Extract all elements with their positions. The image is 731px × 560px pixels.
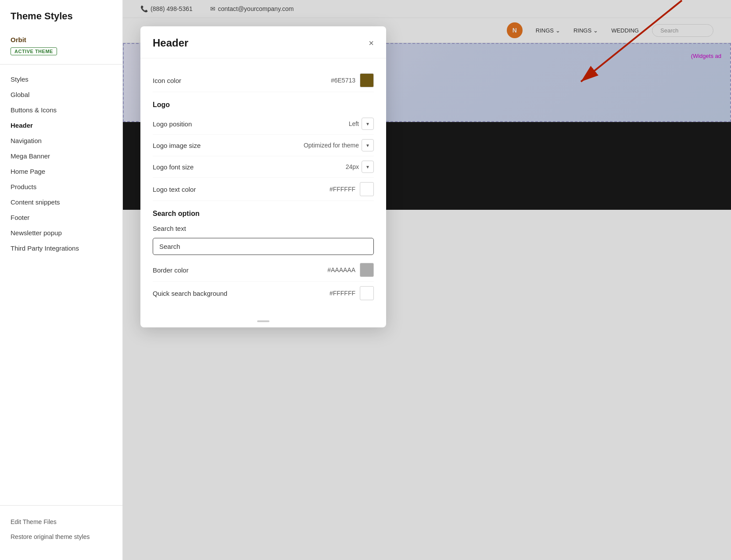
modal-body: Icon color #6E5713 Logo Logo position Le… [140, 58, 386, 315]
sidebar-item-newsletter-popup[interactable]: Newsletter popup [0, 225, 122, 241]
scroll-dots [257, 320, 269, 322]
theme-name: Orbit [11, 36, 112, 43]
search-text-label: Search text [153, 225, 186, 232]
logo-text-color-row: Logo text color #FFFFFF [153, 178, 374, 201]
sidebar-footer: Edit Theme Files Restore original theme … [0, 509, 122, 549]
logo-image-size-select: Optimized for theme ▼ [304, 139, 374, 151]
quick-search-bg-label: Quick search background [153, 290, 227, 297]
page-title: Theme Styles [0, 11, 122, 31]
logo-position-select: Left ▼ [349, 118, 374, 130]
theme-section: Orbit ACTIVE THEME [0, 31, 122, 65]
modal-overlay: Header × Icon color #6E5713 Logo Logo po… [123, 0, 731, 560]
scroll-indicator [140, 315, 386, 327]
sidebar-item-navigation[interactable]: Navigation [0, 133, 122, 148]
active-theme-badge: ACTIVE THEME [11, 47, 57, 55]
sidebar-item-products[interactable]: Products [0, 179, 122, 194]
sidebar-item-mega-banner[interactable]: Mega Banner [0, 148, 122, 164]
main-content: 📞 (888) 498-5361 ✉ contact@yourcompany.c… [123, 0, 731, 560]
search-section-title: Search option [153, 210, 374, 218]
border-color-label: Border color [153, 266, 189, 274]
sidebar-item-content-snippets[interactable]: Content snippets [0, 194, 122, 210]
logo-font-size-select: 24px ▼ [346, 161, 374, 173]
sidebar-nav: Styles Global Buttons & Icons Header Nav… [0, 65, 122, 502]
header-modal: Header × Icon color #6E5713 Logo Logo po… [140, 26, 386, 327]
sidebar: Theme Styles Orbit ACTIVE THEME Styles G… [0, 0, 123, 560]
logo-font-size-label: Logo font size [153, 163, 194, 171]
icon-color-row: Icon color #6E5713 [153, 69, 374, 92]
logo-position-row: Logo position Left ▼ [153, 113, 374, 135]
logo-section-title: Logo [153, 101, 374, 109]
quick-search-bg-value-group: #FFFFFF [330, 286, 374, 300]
logo-image-size-row: Logo image size Optimized for theme ▼ [153, 135, 374, 156]
restore-theme-link[interactable]: Restore original theme styles [0, 529, 122, 544]
logo-font-size-row: Logo font size 24px ▼ [153, 156, 374, 178]
search-text-label-row: Search text [153, 222, 374, 234]
quick-search-bg-swatch[interactable] [360, 286, 374, 300]
quick-search-bg-hex: #FFFFFF [330, 290, 355, 297]
edit-theme-files-link[interactable]: Edit Theme Files [0, 514, 122, 529]
sidebar-item-home-page[interactable]: Home Page [0, 164, 122, 179]
border-color-row: Border color #AAAAAA [153, 258, 374, 282]
sidebar-item-global[interactable]: Global [0, 87, 122, 102]
close-button[interactable]: × [369, 39, 374, 47]
logo-image-size-value: Optimized for theme [304, 142, 359, 149]
icon-color-label: Icon color [153, 77, 181, 84]
icon-color-hex: #6E5713 [331, 77, 355, 84]
logo-font-size-value: 24px [346, 163, 359, 170]
logo-text-color-hex: #FFFFFF [330, 186, 355, 193]
sidebar-item-footer[interactable]: Footer [0, 210, 122, 225]
border-color-swatch[interactable] [360, 263, 374, 277]
modal-title: Header [153, 37, 188, 49]
logo-text-color-label: Logo text color [153, 186, 196, 193]
sidebar-item-header[interactable]: Header [0, 118, 122, 133]
sidebar-item-buttons-icons[interactable]: Buttons & Icons [0, 102, 122, 118]
icon-color-value-group: #6E5713 [331, 73, 374, 87]
logo-image-size-dropdown[interactable]: ▼ [362, 139, 374, 151]
sidebar-item-third-party[interactable]: Third Party Integrations [0, 241, 122, 256]
quick-search-bg-row: Quick search background #FFFFFF [153, 282, 374, 305]
sidebar-item-styles[interactable]: Styles [0, 72, 122, 87]
logo-image-size-label: Logo image size [153, 142, 201, 149]
logo-position-label: Logo position [153, 120, 192, 128]
logo-position-dropdown[interactable]: ▼ [362, 118, 374, 130]
logo-font-size-dropdown[interactable]: ▼ [362, 161, 374, 173]
icon-color-swatch[interactable] [360, 73, 374, 87]
modal-header: Header × [140, 26, 386, 58]
border-color-value-group: #AAAAAA [327, 263, 374, 277]
logo-text-color-value-group: #FFFFFF [330, 182, 374, 196]
logo-text-color-swatch[interactable] [360, 182, 374, 196]
search-text-input[interactable] [153, 238, 374, 255]
border-color-hex: #AAAAAA [327, 266, 355, 273]
sidebar-divider [0, 505, 122, 506]
logo-position-value: Left [349, 120, 359, 127]
